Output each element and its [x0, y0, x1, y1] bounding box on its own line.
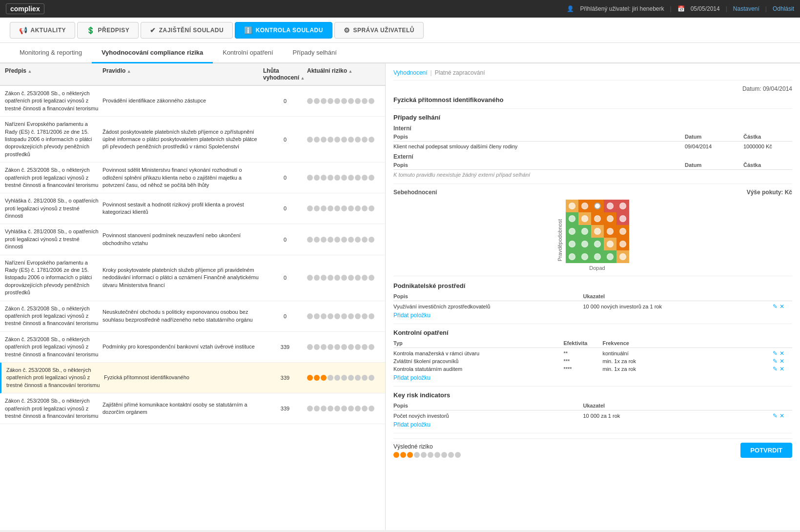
table-row[interactable]: Vyhláška č. 281/2008 Sb., o opatřeních p…: [0, 224, 385, 255]
matrix-cell[interactable]: [578, 225, 591, 238]
matrix-cell[interactable]: [604, 200, 616, 212]
matrix-cell[interactable]: [578, 238, 591, 250]
risk-dot: [334, 275, 340, 281]
ko-typ-0: Kontrola manažerská v rámci útvaru: [393, 350, 564, 356]
table-row[interactable]: Zákon č. 253/2008 Sb., o některých opatř…: [0, 163, 385, 193]
risk-dot: [369, 406, 374, 411]
edit-icon[interactable]: ✎: [773, 350, 778, 357]
delete-icon[interactable]: ✕: [779, 350, 784, 357]
delete-icon[interactable]: ✕: [779, 412, 784, 419]
col-pravidlo-header[interactable]: Pravidlo: [103, 67, 263, 81]
megaphone-icon: 📢: [19, 26, 28, 34]
matrix-row: [566, 225, 629, 238]
col-kri-popis-header: Popis: [393, 403, 583, 409]
edit-icon[interactable]: ✎: [773, 358, 778, 365]
risk-dot: [421, 452, 427, 458]
risk-dot: [362, 375, 368, 381]
settings-link[interactable]: Nastavení: [733, 5, 759, 12]
delete-icon[interactable]: ✕: [779, 303, 784, 310]
matrix-cell[interactable]: [616, 200, 629, 212]
matrix-cell[interactable]: [566, 200, 578, 212]
nav-item-kontrola[interactable]: ℹ️ KONTROLA SOULADU: [235, 22, 332, 39]
table-row[interactable]: Zákon č. 253/2008 Sb., o některých opatř…: [0, 86, 385, 117]
col-datum-ext-header: Datum: [685, 162, 743, 168]
nav-item-zajisteni[interactable]: ✔ ZAJIŠTĚNÍ SOULADU: [141, 22, 233, 39]
matrix-cell[interactable]: [616, 250, 629, 263]
matrix-cell[interactable]: [604, 250, 616, 263]
logout-link[interactable]: Odhlásit: [773, 5, 794, 12]
risk-dot: [355, 344, 361, 350]
risk-matrix: Pravděpodobnost: [557, 200, 629, 271]
edit-icon[interactable]: ✎: [773, 303, 778, 310]
matrix-cell[interactable]: [616, 225, 629, 238]
matrix-cell[interactable]: [566, 225, 578, 238]
matrix-cell[interactable]: [566, 212, 578, 225]
risk-dot: [355, 275, 361, 281]
matrix-cell[interactable]: [616, 238, 629, 250]
matrix-cell[interactable]: [578, 212, 591, 225]
delete-icon[interactable]: ✕: [779, 366, 784, 372]
tab-vyhodnocovani[interactable]: Vyhodnocování compliance rizika: [92, 43, 213, 63]
edit-icon[interactable]: ✎: [773, 366, 778, 372]
tab-monitoring[interactable]: Monitoring & reporting: [10, 43, 92, 63]
table-row[interactable]: Zákon č. 253/2008 Sb., o některých opatř…: [0, 301, 385, 332]
tab-pripady[interactable]: Případy selhání: [283, 43, 347, 63]
matrix-cell[interactable]: [566, 238, 578, 250]
matrix-cell[interactable]: [578, 200, 591, 212]
table-row[interactable]: Vyhláška č. 281/2008 Sb., o opatřeních p…: [0, 193, 385, 224]
nav-item-predpisy[interactable]: 💲 PŘEDPISY: [77, 22, 139, 39]
lhuta-cell: 339: [263, 344, 307, 350]
edit-icon[interactable]: ✎: [773, 412, 778, 419]
risk-dot: [348, 313, 354, 319]
tab-kontrolni[interactable]: Kontrolní opatření: [213, 43, 283, 63]
breadcrumb-separator: |: [431, 69, 432, 76]
nav-item-aktuality[interactable]: 📢 AKTUALITY: [10, 22, 75, 39]
matrix-cell[interactable]: [578, 250, 591, 263]
riziko-cell: [307, 313, 380, 319]
riziko-cell: [307, 375, 380, 381]
table-row[interactable]: Zákon č. 253/2008 Sb., o některých opatř…: [0, 393, 385, 424]
lhuta-cell: 339: [263, 406, 307, 411]
risk-dot: [341, 313, 347, 319]
matrix-dot: [594, 253, 601, 260]
matrix-cell[interactable]: [591, 250, 604, 263]
matrix-dot: [581, 228, 588, 235]
risk-dot: [321, 175, 327, 181]
table-row[interactable]: Nařízení Evropského parlamentu a Rady (E…: [0, 255, 385, 301]
table-row[interactable]: Zákon č. 253/2008 Sb., o některých opatř…: [0, 332, 385, 363]
matrix-cell[interactable]: [604, 238, 616, 250]
matrix-dot: [569, 215, 575, 222]
predpis-cell: Zákon č. 253/2008 Sb., o některých opatř…: [5, 397, 103, 420]
matrix-cell[interactable]: [616, 212, 629, 225]
breadcrumb-crumb1[interactable]: Vyhodnocení: [393, 69, 428, 76]
matrix-cell[interactable]: [566, 250, 578, 263]
risk-dot: [348, 137, 354, 143]
potvrdit-button[interactable]: POTVRDIT: [740, 443, 792, 458]
nav-item-sprava[interactable]: ⚙ SPRÁVA UŽIVATELŮ: [334, 22, 424, 39]
pb-actions: ✎ ✕: [773, 303, 792, 310]
pravidlo-cell: Podmínky pro korespondenční bankovní vzt…: [103, 343, 263, 350]
risk-dot: [341, 406, 347, 411]
risk-dot: [348, 205, 354, 211]
matrix-cell[interactable]: [591, 200, 604, 212]
col-lhuta-header[interactable]: Lhůta vyhodnocení: [263, 67, 307, 81]
add-kri-link[interactable]: Přidat položku: [393, 421, 792, 428]
col-predpis-header[interactable]: Předpis: [5, 67, 103, 81]
add-podnikatelske-link[interactable]: Přidat položku: [393, 312, 792, 319]
pravidlo-cell: Neuskutečnění obchodu s politicky expono…: [103, 308, 263, 324]
table-row-selected[interactable]: Zákon č. 253/2008 Sb., o některých opatř…: [0, 363, 385, 393]
matrix-cell[interactable]: [591, 225, 604, 238]
col-actions-ko-header: [773, 340, 792, 346]
breadcrumb-crumb2: Platné zapracování: [435, 69, 485, 76]
delete-icon[interactable]: ✕: [779, 358, 784, 365]
risk-dot: [362, 98, 368, 104]
matrix-cell[interactable]: [591, 238, 604, 250]
matrix-cell[interactable]: [591, 212, 604, 225]
predpis-cell: Zákon č. 253/2008 Sb., o některých opatř…: [5, 166, 103, 189]
lhuta-cell: 0: [263, 275, 307, 281]
matrix-cell[interactable]: [604, 225, 616, 238]
matrix-cell[interactable]: [604, 212, 616, 225]
risk-dot: [355, 137, 361, 143]
table-row[interactable]: Nařízení Evropského parlamentu a Rady (E…: [0, 117, 385, 163]
add-kontrolni-link[interactable]: Přidat položku: [393, 374, 792, 381]
